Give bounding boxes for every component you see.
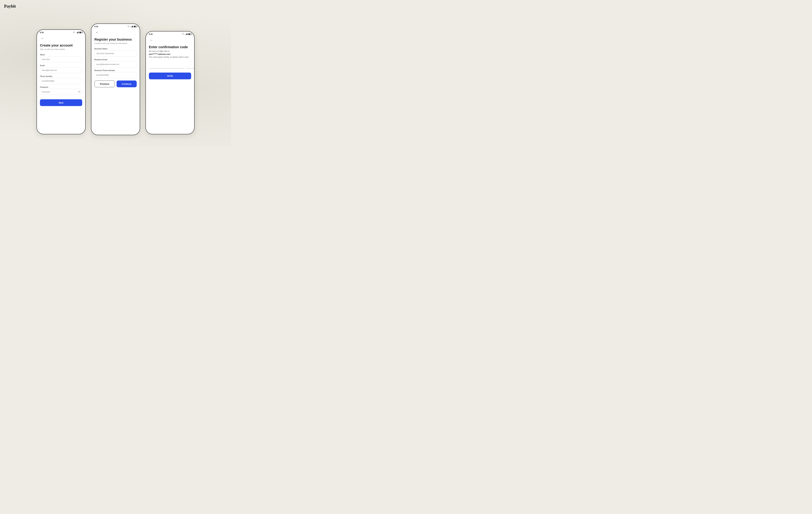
form-group-name: Name bbox=[40, 54, 82, 62]
label-biz-email: Business Email bbox=[94, 59, 137, 61]
status-icons-3 bbox=[182, 33, 191, 35]
input-name[interactable] bbox=[40, 56, 82, 62]
wifi-icon-3 bbox=[182, 33, 184, 35]
label-phone: Phone Number bbox=[40, 75, 82, 77]
form-group-biz-email: Business Email bbox=[94, 59, 137, 67]
screen-title-3: Enter confirmation code bbox=[149, 45, 191, 49]
input-biz-email[interactable] bbox=[94, 61, 137, 67]
brand-logo: Paybit bbox=[4, 4, 16, 9]
status-icons-2 bbox=[127, 26, 137, 27]
status-icons-1 bbox=[73, 32, 82, 33]
back-button-3[interactable]: ← bbox=[149, 37, 154, 42]
confirmation-text: We sent a 4-digit code to john*******s@b… bbox=[149, 50, 191, 59]
time-1: 9:30 bbox=[40, 31, 44, 33]
masked-email: john*******s@bezao.com bbox=[149, 53, 170, 55]
label-biz-phone: Business Phone Number bbox=[94, 69, 137, 71]
wifi-icon-2 bbox=[127, 26, 129, 27]
password-wrapper bbox=[40, 89, 82, 95]
signal-icon-1 bbox=[76, 32, 79, 33]
phone-1: 9:30 ← bbox=[36, 29, 86, 134]
phone-2: 9:30 ← bbox=[91, 24, 140, 135]
battery-icon-1 bbox=[79, 32, 82, 33]
status-bar-3: 9:30 bbox=[146, 31, 194, 36]
phones-container: 9:30 ← bbox=[0, 12, 231, 147]
code-digit-2[interactable] bbox=[186, 62, 194, 68]
code-inputs bbox=[149, 62, 191, 68]
signal-icon-2 bbox=[130, 26, 133, 27]
input-phone[interactable] bbox=[40, 78, 82, 84]
phone2-content: ← Register your business Continue with y… bbox=[91, 29, 140, 90]
screen-title-1: Create your account bbox=[40, 43, 82, 48]
eye-icon[interactable] bbox=[78, 91, 81, 93]
time-3: 9:30 bbox=[149, 33, 153, 35]
battery-icon-3 bbox=[188, 33, 191, 35]
screen-subtitle-2: Continue with your business information bbox=[94, 42, 137, 44]
form-group-phone: Phone Number bbox=[40, 75, 82, 84]
input-biz-phone[interactable] bbox=[94, 72, 137, 78]
confirmation-prefix: We sent a 4-digit code to bbox=[149, 50, 169, 52]
phone-3: 9:30 ← bbox=[145, 31, 195, 134]
code-digit-1[interactable] bbox=[149, 62, 184, 68]
phone3-content: ← Enter confirmation code We sent a 4-di… bbox=[146, 36, 194, 82]
continue-button[interactable]: Continue bbox=[117, 81, 137, 87]
wifi-icon-1 bbox=[73, 32, 75, 33]
back-button-2[interactable]: ← bbox=[94, 30, 99, 35]
back-button-1[interactable]: ← bbox=[40, 36, 45, 41]
status-bar-1: 9:30 bbox=[37, 30, 85, 34]
label-biz-name: Business Name bbox=[94, 48, 137, 50]
previous-button[interactable]: Previous bbox=[94, 81, 115, 87]
phone1-content: ← Create your account Sign up with your … bbox=[37, 34, 85, 109]
signal-icon-3 bbox=[185, 33, 187, 35]
label-name: Name bbox=[40, 54, 82, 56]
form-group-password: Password bbox=[40, 86, 82, 95]
form-group-biz-phone: Business Phone Number bbox=[94, 69, 137, 78]
input-password[interactable] bbox=[40, 89, 82, 95]
label-password: Password bbox=[40, 86, 82, 88]
status-bar-2: 9:30 bbox=[91, 24, 140, 29]
input-email[interactable] bbox=[40, 67, 82, 73]
battery-icon-2 bbox=[134, 26, 137, 27]
verify-button[interactable]: Verify bbox=[149, 72, 191, 79]
confirmation-suffix: The code expires shortly, so please ente… bbox=[149, 56, 189, 58]
screen-subtitle-1: Sign up with your basic details bbox=[40, 48, 82, 51]
btn-row-2: Previous Continue bbox=[94, 81, 137, 87]
form-group-biz-name: Business Name bbox=[94, 48, 137, 57]
input-biz-name[interactable] bbox=[94, 51, 137, 57]
label-email: Email bbox=[40, 64, 82, 66]
screen-title-2: Register your business bbox=[94, 37, 137, 41]
time-2: 9:30 bbox=[94, 26, 98, 28]
next-button[interactable]: Next bbox=[40, 99, 82, 106]
form-group-email: Email bbox=[40, 64, 82, 73]
